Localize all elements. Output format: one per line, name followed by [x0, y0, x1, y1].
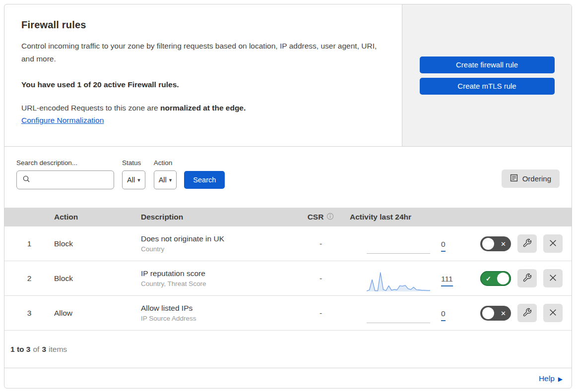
action-label: Action [154, 159, 177, 167]
edit-rule-button[interactable] [517, 304, 537, 322]
close-icon [549, 308, 557, 318]
action-select-value: All [159, 176, 167, 184]
status-group: Status All ▾ [122, 159, 145, 189]
usage-summary: You have used 1 of 20 active Firewall ru… [21, 80, 382, 89]
help-bar: Help ▶ [4, 368, 572, 389]
zero-activity-line [367, 323, 430, 323]
delete-rule-button[interactable] [543, 234, 563, 253]
normalization-note: URL-encoded Requests to this zone are no… [21, 104, 382, 112]
edit-rule-button[interactable] [517, 269, 537, 287]
toggle-knob [497, 273, 509, 284]
normalization-bold: normalized at the edge. [160, 104, 246, 112]
ordering-button-label: Ordering [522, 174, 551, 183]
actions-panel: Create firewall rule Create mTLS rule [402, 4, 572, 146]
activity-sparkline [367, 305, 430, 327]
rule-fields: IP Source Address [141, 315, 295, 322]
help-link[interactable]: Help ▶ [539, 374, 563, 383]
activity-count-link[interactable]: 0 [441, 310, 446, 321]
items-total: 3 [42, 345, 46, 354]
activity-count-link[interactable]: 111 [441, 275, 453, 286]
page-description: Control incoming traffic to your zone by… [21, 40, 382, 65]
rule-priority: 2 [4, 274, 54, 283]
page-title: Firewall rules [21, 19, 382, 31]
create-firewall-rule-button[interactable]: Create firewall rule [420, 56, 555, 73]
toggle-x-icon: ✕ [501, 309, 506, 317]
items-range: 1 to 3 [10, 345, 30, 354]
items-of: of [33, 345, 39, 354]
ordering-button[interactable]: Ordering [502, 169, 560, 188]
activity-sparkline [367, 236, 430, 258]
pagination-summary: 1 to 3 of 3 items [4, 331, 572, 368]
column-action: Action [54, 213, 141, 222]
status-label: Status [122, 159, 145, 167]
configure-normalization-link[interactable]: Configure Normalization [21, 116, 104, 125]
activity-count-link[interactable]: 0 [441, 240, 446, 252]
search-input-box[interactable] [16, 170, 114, 189]
table-row: 1 Block Does not originate in UK Country… [4, 226, 572, 261]
rule-priority: 3 [4, 309, 54, 318]
items-word: items [49, 345, 67, 354]
normalization-text: URL-encoded Requests to this zone are [21, 104, 158, 112]
search-label: Search description... [16, 159, 114, 167]
help-arrow-icon: ▶ [558, 376, 563, 382]
ordering-list-icon [510, 174, 518, 183]
edit-rule-button[interactable] [517, 234, 537, 253]
action-group: Action All ▾ [154, 159, 177, 189]
toggle-check-icon: ✓ [486, 275, 491, 282]
rule-action: Block [54, 274, 141, 283]
header-text-block: Firewall rules Control incoming traffic … [4, 4, 402, 146]
toggle-knob [482, 307, 494, 319]
delete-rule-button[interactable] [543, 269, 563, 287]
column-description: Description [141, 213, 295, 222]
chevron-down-icon: ▾ [137, 177, 140, 183]
rule-enabled-toggle[interactable]: ✓ ✕ [480, 271, 511, 286]
wrench-icon [522, 308, 532, 319]
column-csr-label: CSR [308, 213, 324, 222]
table-row: 2 Block IP reputation score Country, Thr… [4, 261, 572, 296]
wrench-icon [522, 273, 532, 284]
search-icon [22, 175, 30, 185]
action-select[interactable]: All ▾ [154, 170, 177, 189]
activity-sparkline [367, 271, 430, 292]
rule-enabled-toggle[interactable]: ✓ ✕ [480, 236, 511, 251]
rule-description: IP reputation score [141, 269, 295, 278]
toggle-knob [482, 238, 494, 250]
help-link-label: Help [539, 374, 555, 383]
wrench-icon [522, 238, 532, 249]
rule-priority: 1 [4, 239, 54, 248]
table-row: 3 Allow Allow listed IPs IP Source Addre… [4, 296, 572, 331]
rule-fields: Country [141, 245, 295, 253]
search-input[interactable] [33, 172, 123, 187]
rule-description: Allow listed IPs [141, 304, 295, 313]
rule-fields: Country, Threat Score [141, 280, 295, 287]
status-select-value: All [127, 176, 135, 184]
chevron-down-icon: ▾ [169, 177, 172, 183]
csr-value: - [320, 274, 322, 282]
info-icon[interactable] [326, 213, 334, 222]
filter-bar: Search description... Status All ▾ Actio… [4, 147, 572, 208]
column-csr: CSR [295, 213, 347, 222]
rule-action: Block [54, 239, 141, 248]
toggle-x-icon: ✕ [501, 240, 506, 247]
close-icon [549, 274, 557, 283]
search-button-group: Search [184, 159, 225, 189]
close-icon [549, 239, 557, 249]
status-select[interactable]: All ▾ [122, 170, 145, 189]
table-header: Action Description CSR Activity last 24h… [4, 208, 572, 226]
csr-value: - [320, 239, 322, 248]
delete-rule-button[interactable] [543, 304, 563, 322]
firewall-rules-card: Firewall rules Control incoming traffic … [4, 4, 572, 389]
rule-description: Does not originate in UK [141, 234, 295, 243]
header-section: Firewall rules Control incoming traffic … [4, 4, 572, 147]
rule-enabled-toggle[interactable]: ✓ ✕ [480, 306, 511, 321]
rule-action: Allow [54, 309, 141, 318]
column-activity: Activity last 24hr [347, 213, 466, 222]
search-button[interactable]: Search [184, 171, 225, 189]
csr-value: - [320, 309, 322, 317]
search-group: Search description... [16, 159, 114, 189]
create-mtls-rule-button[interactable]: Create mTLS rule [420, 78, 555, 95]
zero-activity-line [367, 253, 430, 254]
